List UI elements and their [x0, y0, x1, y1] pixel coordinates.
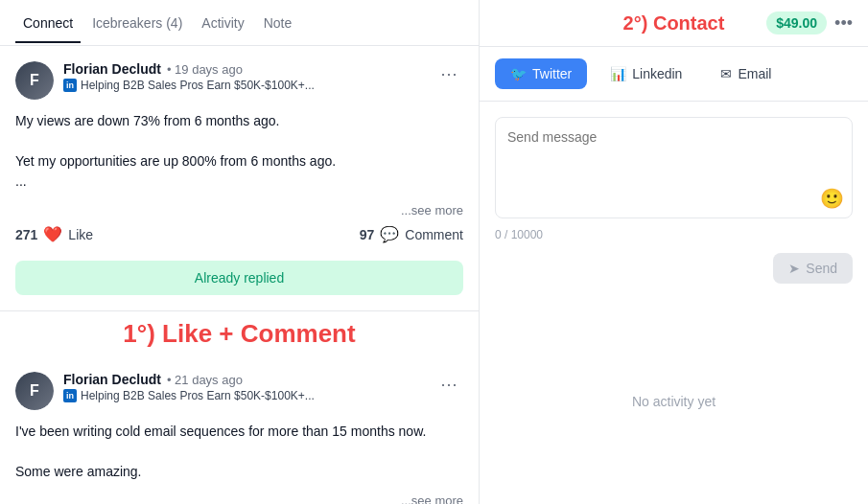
tabs-bar: Connect Icebreakers (4) Activity Note	[0, 0, 479, 46]
linkedin-icon-1: in	[63, 79, 77, 92]
avatar-1: F	[15, 61, 54, 100]
linkedin-tab-icon: 📊	[610, 66, 626, 81]
see-more-2[interactable]: ...see more	[15, 493, 463, 504]
post-header-1: F Florian Decludt • 19 days ago in Helpi…	[15, 61, 463, 100]
heart-icon-1: ❤️	[43, 225, 62, 243]
avatar-2: F	[15, 372, 54, 410]
see-more-1[interactable]: ...see more	[15, 203, 463, 218]
already-replied-btn-1[interactable]: Already replied	[15, 261, 463, 295]
platform-tab-twitter[interactable]: 🐦 Twitter	[495, 58, 587, 89]
message-input-container: 🙂	[495, 117, 853, 218]
no-activity: No activity yet	[480, 299, 868, 504]
post-time-2: • 21 days ago	[167, 373, 243, 387]
tab-icebreakers[interactable]: Icebreakers (4)	[84, 4, 190, 42]
post-author-1: F Florian Decludt • 19 days ago in Helpi…	[15, 61, 315, 100]
post-card-1: F Florian Decludt • 19 days ago in Helpi…	[0, 46, 479, 311]
post-author-2: F Florian Decludt • 21 days ago in Helpi…	[15, 372, 315, 410]
price-badge: $49.00	[766, 11, 827, 34]
author-subtitle-2: in Helping B2B Sales Pros Earn $50K-$100…	[63, 389, 315, 402]
emoji-btn[interactable]: 🙂	[820, 187, 844, 210]
annotation-1: 1°) Like + Comment	[0, 311, 479, 356]
comment-icon-1: 💬	[380, 225, 399, 243]
email-icon: ✉	[720, 66, 732, 81]
message-area: 🙂 0 / 10000 ➤ Send	[480, 102, 868, 299]
right-panel: 2°) Contact $49.00 ••• 🐦 Twitter 📊 Linke…	[480, 0, 868, 504]
twitter-icon: 🐦	[510, 66, 527, 81]
post-more-btn-1[interactable]: ⋯	[434, 61, 463, 86]
tab-connect[interactable]: Connect	[15, 4, 81, 42]
contact-title: 2°) Contact	[623, 12, 725, 34]
platform-tab-email[interactable]: ✉ Email	[705, 58, 786, 89]
message-input[interactable]	[507, 129, 840, 187]
post-content-2: I've been writing cold email sequences f…	[15, 422, 463, 482]
post-time-1: • 19 days ago	[167, 62, 243, 77]
char-count: 0 / 10000	[495, 224, 853, 245]
post-header-2: F Florian Decludt • 21 days ago in Helpi…	[15, 372, 463, 410]
tab-note[interactable]: Note	[256, 4, 300, 42]
comment-stat-1: 97 💬 Comment	[360, 225, 463, 243]
more-options-btn[interactable]: •••	[834, 13, 853, 34]
author-name-2: Florian Decludt	[63, 372, 161, 387]
like-stat-1: 271 ❤️ Like	[15, 225, 93, 243]
feed: F Florian Decludt • 19 days ago in Helpi…	[0, 46, 479, 504]
post-card-2: F Florian Decludt • 21 days ago in Helpi…	[0, 356, 479, 504]
post-content-1: My views are down 73% from 6 months ago.…	[15, 111, 463, 192]
linkedin-icon-2: in	[63, 389, 77, 402]
send-icon: ➤	[788, 261, 800, 276]
left-panel: Connect Icebreakers (4) Activity Note F …	[0, 0, 480, 504]
author-name-1: Florian Decludt	[63, 61, 161, 77]
tab-activity[interactable]: Activity	[194, 4, 251, 42]
post-more-btn-2[interactable]: ⋯	[434, 372, 463, 397]
send-btn[interactable]: ➤ Send	[773, 253, 853, 284]
author-subtitle-1: in Helping B2B Sales Pros Earn $50K-$100…	[63, 79, 315, 92]
right-header: 2°) Contact $49.00 •••	[480, 0, 868, 47]
platform-tab-linkedin[interactable]: 📊 Linkedin	[595, 58, 697, 89]
post-stats-1: 271 ❤️ Like 97 💬 Comment	[15, 218, 463, 251]
platform-tabs: 🐦 Twitter 📊 Linkedin ✉ Email	[480, 47, 868, 102]
